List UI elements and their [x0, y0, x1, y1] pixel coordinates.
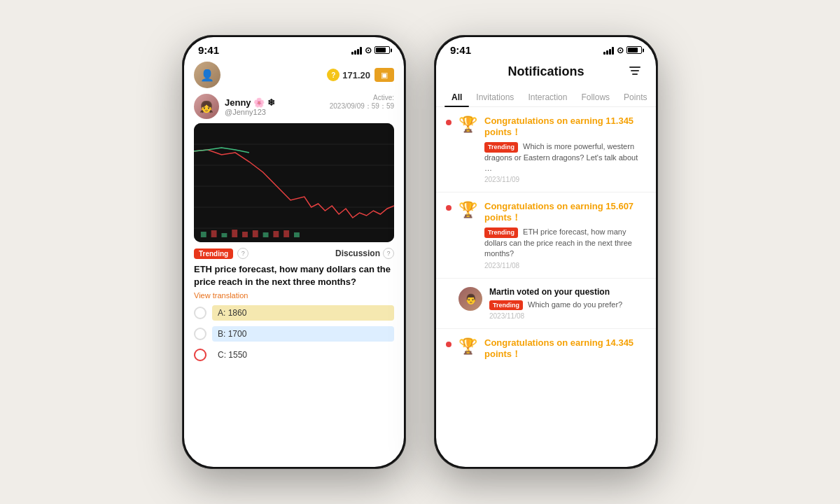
- tab-follows[interactable]: Follows: [574, 88, 617, 106]
- notif-desc-2: Trending ETH price forecast, how many do…: [484, 227, 646, 259]
- option-b-bar: B: 1700: [212, 326, 394, 342]
- tabs-row: All Invitations Interaction Follows Poin…: [436, 88, 656, 107]
- battery-icon-2: [626, 46, 642, 54]
- svg-rect-10: [242, 232, 248, 237]
- status-bar-1: 9:41 ⊙: [184, 37, 404, 59]
- status-time-2: 9:41: [450, 44, 471, 56]
- notif-title-4: Congratulations on earning 14.345 points…: [484, 337, 646, 360]
- phone1-content: 👤 ? 171.20 ▣ 👧 Jenny 🌸 ❄ @Jenny123: [184, 59, 404, 467]
- svg-rect-6: [201, 232, 206, 237]
- coin-icon: ?: [327, 69, 340, 81]
- tab-points[interactable]: Points: [617, 88, 654, 106]
- tag-left: Trending ?: [194, 248, 248, 259]
- status-time-1: 9:41: [198, 44, 219, 56]
- phone-2: 9:41 ⊙ Notifications: [434, 35, 658, 469]
- svg-rect-17: [631, 70, 639, 71]
- svg-rect-16: [629, 66, 640, 68]
- svg-rect-11: [253, 230, 258, 237]
- profile-avatar[interactable]: 👤: [194, 62, 220, 88]
- unread-dot-2: [446, 205, 451, 211]
- tab-all[interactable]: All: [444, 88, 469, 106]
- signal-icon-2: [603, 46, 614, 55]
- notif-body-2: Congratulations on earning 15.607 points…: [484, 201, 646, 269]
- view-translation[interactable]: View translation: [184, 291, 404, 305]
- coin-area: ? 171.20 ▣: [327, 68, 394, 82]
- status-bar-2: 9:41 ⊙: [436, 37, 656, 59]
- trophy-icon-2: 🏆: [458, 201, 477, 219]
- svg-rect-18: [632, 74, 638, 75]
- tab-interaction[interactable]: Interaction: [521, 88, 574, 106]
- wifi-icon: ⊙: [365, 46, 372, 55]
- notif-desc-3: Trending Which game do you prefer?: [489, 300, 646, 311]
- notification-3[interactable]: 👨 Martin voted on your question Trending…: [436, 279, 656, 330]
- status-icons-2: ⊙: [603, 46, 642, 55]
- notif-desc-1: Trending Which is more powerful, western…: [484, 141, 646, 174]
- discussion-help-icon[interactable]: ?: [383, 248, 394, 259]
- user-avatar-martin: 👨: [458, 287, 482, 311]
- page-title: Notifications: [467, 64, 625, 79]
- tag-right: Discussion ?: [335, 248, 394, 259]
- svg-rect-15: [294, 232, 300, 237]
- top-bar: 👤 ? 171.20 ▣: [184, 59, 404, 94]
- filter-icon: [627, 64, 643, 79]
- question-text: ETH price forecast, how many dollars can…: [184, 262, 404, 291]
- discussion-tag: Discussion: [335, 248, 380, 258]
- chart-area: [194, 123, 394, 242]
- signal-icon: [351, 46, 362, 55]
- phone-1: 9:41 ⊙ 👤 ?: [182, 35, 406, 469]
- user-info: 👧 Jenny 🌸 ❄ @Jenny123: [194, 94, 275, 119]
- trophy-icon-4: 🏆: [458, 337, 477, 356]
- trending-tag: Trending: [194, 248, 233, 259]
- battery-icon: [374, 46, 390, 54]
- option-c-circle: [194, 349, 206, 361]
- phone2-content: Notifications All Invitations Interactio…: [436, 59, 656, 467]
- svg-rect-14: [284, 230, 289, 237]
- notifications-list: 🏆 Congratulations on earning 11.345 poin…: [436, 107, 656, 467]
- filter-button[interactable]: [625, 62, 645, 81]
- user-details: Jenny 🌸 ❄ @Jenny123: [225, 97, 275, 116]
- option-c[interactable]: C: 1550: [194, 347, 394, 363]
- notif-tag-3: Trending: [489, 300, 523, 311]
- user-avatar[interactable]: 👧: [194, 94, 219, 119]
- wallet-button[interactable]: ▣: [374, 68, 394, 82]
- notif-tag-1: Trending: [484, 142, 518, 153]
- price-chart: [194, 123, 394, 242]
- unread-dot-1: [446, 120, 451, 125]
- svg-rect-0: [194, 123, 394, 242]
- coin-balance: ? 171.20: [327, 69, 370, 81]
- unread-dot-3: [446, 291, 451, 297]
- wifi-icon-2: ⊙: [617, 46, 624, 55]
- active-info: Active: 2023/09/09：59：59: [330, 94, 394, 111]
- notification-2[interactable]: 🏆 Congratulations on earning 15.607 poin…: [436, 192, 656, 278]
- options-list: A: 1860 B: 1700 C: 1550: [184, 305, 404, 467]
- svg-rect-9: [232, 230, 237, 237]
- option-a[interactable]: A: 1860: [194, 305, 394, 321]
- option-b-circle: [194, 328, 206, 340]
- notif-body-1: Congratulations on earning 11.345 points…: [484, 115, 646, 183]
- user-name: Jenny 🌸 ❄: [225, 97, 275, 108]
- help-icon[interactable]: ?: [237, 248, 248, 259]
- page-title-row: Notifications: [436, 59, 656, 88]
- notif-date-2: 2023/11/08: [484, 262, 646, 270]
- option-c-bar: C: 1550: [212, 347, 394, 363]
- user-row: 👧 Jenny 🌸 ❄ @Jenny123 Active: 2023/09/09…: [184, 94, 404, 123]
- status-icons-1: ⊙: [351, 46, 390, 55]
- active-label: Active:: [330, 94, 394, 102]
- unread-dot-4: [446, 342, 451, 347]
- notif-date-1: 2023/11/09: [484, 176, 646, 183]
- notification-1[interactable]: 🏆 Congratulations on earning 11.345 poin…: [436, 107, 656, 192]
- tab-invitations[interactable]: Invitations: [469, 88, 521, 106]
- svg-rect-8: [221, 233, 227, 237]
- option-a-bar: A: 1860: [212, 305, 394, 321]
- notif-tag-2: Trending: [484, 227, 518, 238]
- svg-rect-12: [263, 232, 269, 237]
- notification-4[interactable]: 🏆 Congratulations on earning 14.345 poin…: [436, 329, 656, 372]
- tags-row: Trending ? Discussion ?: [184, 242, 404, 262]
- notif-date-3: 2023/11/08: [489, 312, 646, 320]
- notif-action-3: Martin voted on your question: [489, 287, 646, 297]
- user-handle: @Jenny123: [225, 108, 275, 116]
- svg-rect-7: [211, 230, 217, 237]
- option-b[interactable]: B: 1700: [194, 326, 394, 342]
- notif-body-3: Martin voted on your question Trending W…: [489, 287, 646, 321]
- trophy-icon-1: 🏆: [458, 115, 477, 134]
